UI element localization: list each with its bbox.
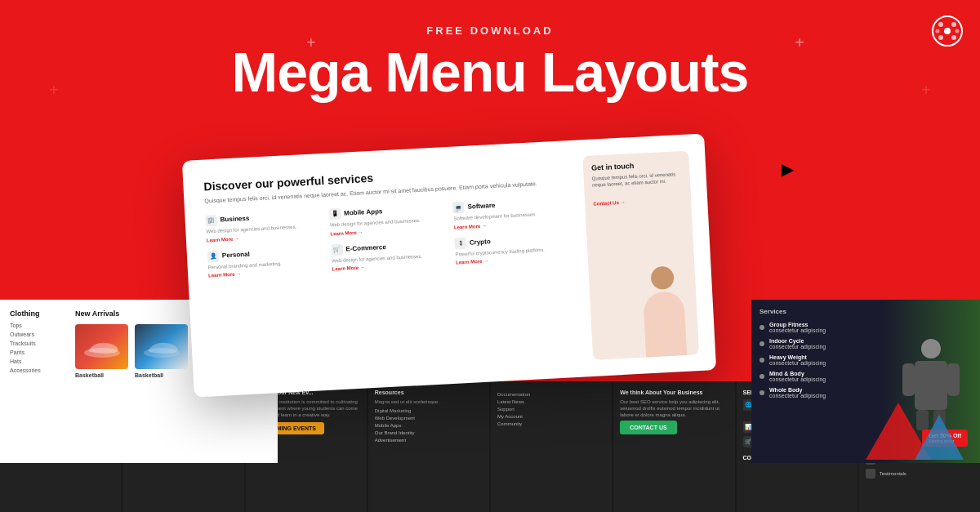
service-crypto: ₿ Crypto Powerful cryptocurrency trading… (455, 232, 572, 265)
clothing-nav-accessories[interactable]: Accessories (10, 367, 63, 373)
mobile-icon: 📱 (329, 208, 341, 220)
clothing-nav-pants[interactable]: Pants (10, 349, 63, 355)
free-download-label: FREE DOWNLOAD (0, 24, 980, 37)
cursor-icon: ▶ (782, 159, 794, 179)
product-name-1: Basketball (75, 372, 128, 378)
svg-rect-14 (947, 363, 960, 396)
clothing-nav-hats[interactable]: Hats (10, 358, 63, 364)
shoe-shape-1 (75, 324, 128, 369)
header-section: FREE DOWNLOAD Mega Menu Layouts (0, 24, 980, 103)
link-webdev[interactable]: Web Development (375, 416, 483, 421)
svg-point-2 (938, 22, 943, 27)
business-panel-title: We think About Your Business (620, 390, 728, 395)
person-head (650, 266, 674, 290)
service-mobile: 📱 Mobile Apps Web design for agencies an… (329, 203, 446, 236)
mobile-title: Mobile Apps (344, 207, 383, 216)
resources-title: Resources (375, 390, 483, 395)
link-mobile[interactable]: Mobile Apps (375, 423, 483, 428)
link-docs[interactable]: Documentation (497, 392, 605, 397)
svg-marker-26 (915, 415, 964, 460)
svg-point-3 (951, 22, 956, 27)
software-title: Software (467, 202, 495, 211)
svg-point-7 (956, 29, 960, 33)
business-title: Business (220, 215, 249, 224)
ql-testimonials[interactable]: Testimonials (866, 469, 973, 479)
link-news[interactable]: Latest News (497, 399, 605, 404)
deco-blue-triangle (915, 415, 964, 463)
ql-text-6: Testimonials (880, 471, 906, 476)
svg-point-1 (944, 28, 951, 34)
product-basketball-1[interactable]: Basketball (75, 324, 128, 378)
person-figure (633, 265, 695, 358)
crypto-icon: ₿ (455, 237, 467, 249)
clothing-nav-tracksuits[interactable]: Tracksuits (10, 341, 63, 346)
svg-point-6 (936, 29, 940, 33)
gym-dot-3 (760, 358, 764, 363)
product-img-1 (75, 324, 128, 369)
svg-rect-13 (902, 363, 915, 396)
service-ecommerce: 🛒 E-Commerce Web design for agencies and… (331, 238, 448, 272)
gym-dot-5 (760, 390, 764, 395)
svg-point-11 (921, 339, 941, 358)
clothing-category-title: Clothing (10, 309, 63, 318)
svg-point-4 (938, 35, 943, 40)
person-body (643, 291, 687, 358)
gym-item-sub-3: consectetur adipiscing (769, 360, 826, 366)
featured-card: Discover our powerful services Quisque t… (182, 133, 716, 397)
extra-links: Documentation Latest News Support My Acc… (497, 392, 605, 426)
services-grid: 🏢 Business Web design for agencies and b… (205, 196, 571, 278)
gym-item-title-4: Mind & Body (769, 371, 826, 376)
link-brand[interactable]: Our Brand Identity (375, 430, 483, 435)
logo (931, 15, 964, 47)
gym-item-title-2: Indoor Cycle (769, 338, 826, 344)
service-software: 💻 Software Software development for busi… (452, 196, 569, 229)
bottom-panel-extra-links: Documentation Latest News Support My Acc… (491, 381, 612, 512)
service-personal: 👤 Personal Personal branding and marketi… (207, 245, 324, 278)
link-digital[interactable]: Digital Marketing (375, 408, 483, 413)
clothing-nav-outwears[interactable]: Outwears (10, 332, 63, 337)
product-name-2: Basketball (135, 372, 188, 378)
contact-us-button[interactable]: CONTACT US (620, 421, 676, 434)
gym-item-sub-5: consectetur adipiscing (769, 393, 826, 398)
ecommerce-icon: 🛒 (331, 243, 343, 256)
card-services-section: Discover our powerful services Quisque t… (199, 157, 581, 380)
link-community[interactable]: Community (497, 421, 605, 426)
gym-item-title-1: Group Fitness (769, 322, 826, 327)
get-in-touch-panel: Get in touch Quisque tempus felis orci, … (582, 150, 699, 359)
gym-item-sub-4: consectetur adipiscing (769, 376, 826, 382)
clothing-nav-list: Tops Outwears Tracksuits Pants Hats Acce… (10, 323, 63, 373)
gym-dot-1 (760, 325, 764, 330)
clothing-nav-tops[interactable]: Tops (10, 323, 63, 328)
link-ad[interactable]: Advertisement (375, 438, 483, 443)
get-in-touch-title: Get in touch (591, 159, 681, 172)
bottom-panel-resources: Resources Magna sed ut elit scelerisque.… (368, 381, 489, 512)
get-in-touch-text: Quisque tempus felis orci, id venenatis … (591, 171, 682, 189)
product-basketball-2[interactable]: Basketball (135, 324, 188, 378)
crypto-title: Crypto (470, 238, 491, 246)
personal-title: Personal (222, 251, 250, 260)
gym-item-title-3: Heavy Weight (769, 354, 826, 360)
gym-dot-2 (760, 341, 764, 346)
gym-item-sub-2: consectetur adipiscing (769, 344, 826, 349)
software-icon: 💻 (452, 202, 465, 214)
clothing-nav: Clothing Tops Outwears Tracksuits Pants … (10, 309, 63, 453)
business-icon: 🏢 (205, 215, 217, 227)
shoe-shape-2 (135, 324, 188, 369)
product-img-2 (135, 324, 188, 369)
ql-icon-6 (866, 469, 875, 479)
business-panel-desc: Our best SEO service help you adipiscing… (620, 399, 728, 418)
ecommerce-title: E-Commerce (345, 243, 386, 253)
gym-dot-4 (760, 374, 764, 379)
main-title: Mega Menu Layouts (0, 42, 980, 103)
resources-links: Digital Marketing Web Development Mobile… (375, 408, 483, 443)
contact-link[interactable]: Contact Us → (593, 199, 626, 206)
resources-subtitle: Magna sed ut elit scelerisque. (375, 399, 483, 406)
personal-icon: 👤 (207, 250, 220, 262)
gym-item-title-5: Whole Body (769, 387, 826, 393)
bottom-panel-business: We think About Your Business Our best SE… (613, 381, 734, 512)
gym-item-sub-1: consectetur adipiscing (769, 327, 826, 333)
svg-point-5 (951, 35, 956, 40)
link-account[interactable]: My Account (497, 414, 605, 419)
link-support[interactable]: Support (497, 407, 605, 412)
service-business: 🏢 Business Web design for agencies and b… (205, 209, 322, 243)
